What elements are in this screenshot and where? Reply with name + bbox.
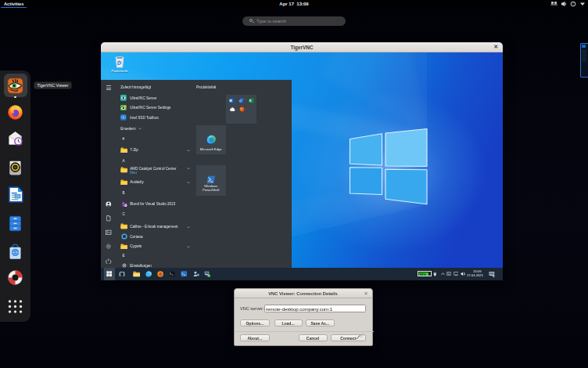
svg-text:in: in (123, 116, 125, 119)
